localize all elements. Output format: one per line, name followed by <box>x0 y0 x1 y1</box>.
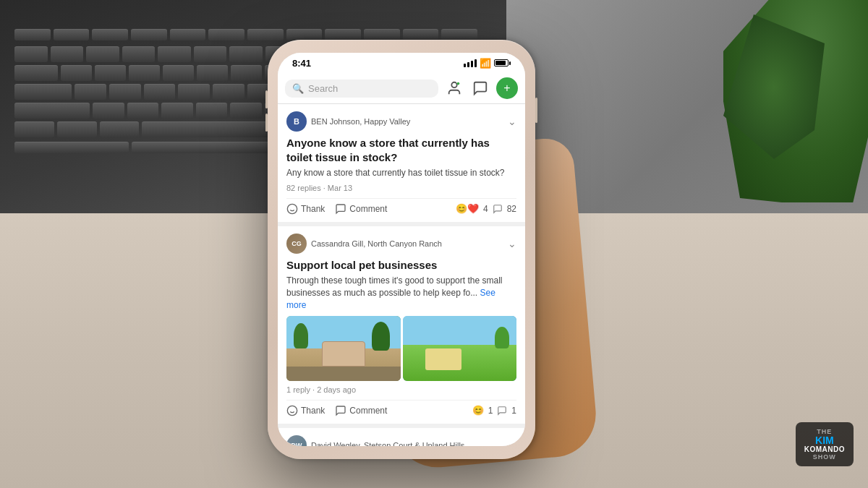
post-card-3: DW David Wegley, Stetson Court & Upland … <box>278 428 525 446</box>
post-2-emoji: 😊 <box>472 405 484 416</box>
post-2-actions: Thank Comment 😊 1 <box>286 400 516 416</box>
post-2-body: Through these tough times it's good to s… <box>286 275 516 311</box>
post-2-image-1 <box>286 316 401 381</box>
post-3-header: DW David Wegley, Stetson Court & Upland … <box>286 435 516 446</box>
status-time: 8:41 <box>292 58 311 69</box>
post-3-chevron[interactable]: ⌄ <box>508 440 516 446</box>
post-1-emoji: 😊❤️ <box>456 203 479 214</box>
post-2-comment-count: 1 <box>511 406 516 416</box>
post-1-comment-label: Comment <box>349 204 387 214</box>
svg-point-2 <box>287 204 297 213</box>
post-1-reactions: 😊❤️ 4 82 <box>456 203 516 214</box>
post-3-author-name: David Wegley, Stetson Court & Upland Hil… <box>311 441 464 446</box>
svg-point-5 <box>287 406 297 415</box>
post-card-2: CG Cassandra Gill, North Canyon Ranch ⌄ … <box>278 226 525 424</box>
post-2-image-2 <box>403 316 517 381</box>
post-1-actions: Thank Comment 😊❤️ 4 <box>286 198 516 215</box>
post-1-comment-button[interactable]: Comment <box>335 203 387 215</box>
post-2-author-info: CG Cassandra Gill, North Canyon Ranch <box>286 234 442 254</box>
notifications-icon[interactable] <box>444 78 464 98</box>
post-1-title: Anyone know a store that currently has t… <box>286 136 516 164</box>
phone-screen: 8:41 📶 <box>278 53 525 446</box>
post-1-author-name: BEN Johnson, Happy Valley <box>311 117 410 126</box>
post-1-thank-button[interactable]: Thank <box>286 203 325 215</box>
post-1-chevron[interactable]: ⌄ <box>508 116 516 127</box>
post-card-1: B BEN Johnson, Happy Valley ⌄ Anyone kno… <box>278 104 525 222</box>
logo-kim: KIM <box>815 435 834 445</box>
post-2-chevron[interactable]: ⌄ <box>508 238 516 249</box>
post-2-reaction-count: 1 <box>488 406 493 416</box>
post-2-comment-icon <box>497 406 507 416</box>
wifi-icon: 📶 <box>480 58 491 69</box>
logo: THE KIM KOMANDO SHOW <box>796 422 854 466</box>
post-1-avatar: B <box>286 111 307 132</box>
post-2-thank-button[interactable]: Thank <box>286 405 325 416</box>
compose-button[interactable]: + <box>496 77 518 99</box>
post-2-comment-label: Comment <box>349 406 387 416</box>
post-2-comment-button[interactable]: Comment <box>335 405 387 416</box>
phone-frame: 8:41 📶 <box>268 40 535 459</box>
post-1-author-info: B BEN Johnson, Happy Valley <box>286 111 410 132</box>
messages-icon[interactable] <box>470 78 490 98</box>
post-2-images <box>286 316 516 381</box>
post-1-reaction-count: 4 <box>483 204 488 214</box>
post-3-author-info: DW David Wegley, Stetson Court & Upland … <box>286 435 464 446</box>
search-input[interactable]: 🔍 Search <box>285 80 438 98</box>
post-1-body: Any know a store that currently has toil… <box>286 167 516 179</box>
post-2-reactions: 😊 1 1 <box>472 405 516 416</box>
post-2-title: Support local pet businesses <box>286 258 516 273</box>
search-icon: 🔍 <box>292 83 304 94</box>
svg-point-0 <box>451 82 456 87</box>
post-1-thank-label: Thank <box>301 204 325 214</box>
post-2-avatar: CG <box>286 234 307 254</box>
post-2-meta: 1 reply · 2 days ago <box>286 385 516 394</box>
post-2-thank-label: Thank <box>301 406 325 416</box>
post-2-header: CG Cassandra Gill, North Canyon Ranch ⌄ <box>286 234 516 254</box>
search-placeholder: Search <box>308 83 338 94</box>
post-1-meta: 82 replies · Mar 13 <box>286 184 516 192</box>
logo-show: SHOW <box>813 453 836 461</box>
feed: B BEN Johnson, Happy Valley ⌄ Anyone kno… <box>278 104 525 446</box>
status-icons: 📶 <box>464 58 511 69</box>
battery-icon <box>494 59 511 67</box>
post-1-comment-count: 82 <box>507 204 516 214</box>
status-bar: 8:41 📶 <box>278 53 525 73</box>
post-1-avatar-initials: B <box>294 117 299 126</box>
logo-komando: KOMANDO <box>804 445 845 453</box>
post-1-comment-icon <box>493 204 503 214</box>
post-1-header: B BEN Johnson, Happy Valley ⌄ <box>286 111 516 132</box>
svg-point-1 <box>457 82 460 85</box>
search-bar[interactable]: 🔍 Search + <box>278 73 525 104</box>
plant <box>723 0 868 202</box>
signal-icon <box>464 59 477 67</box>
post-2-author-name: Cassandra Gill, North Canyon Ranch <box>311 239 442 248</box>
post-3-avatar: DW <box>286 435 307 446</box>
